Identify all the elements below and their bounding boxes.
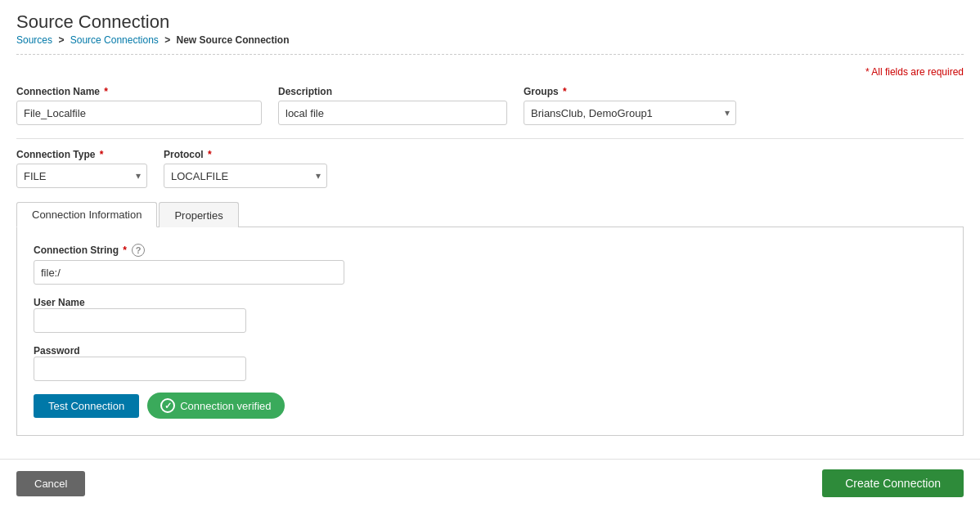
connection-name-input[interactable] [16,101,262,125]
groups-select[interactable]: BriansClub, DemoGroup1 [524,101,736,125]
protocol-select-wrapper: LOCALFILE [164,164,327,188]
test-connection-button[interactable]: Test Connection [34,394,139,418]
create-connection-button[interactable]: Create Connection [822,469,964,497]
required-note: * All fields are required [16,66,964,78]
tab-properties[interactable]: Properties [159,202,238,227]
form-row-1: Connection Name * Description Groups * B… [16,86,964,125]
verified-check-icon: ✓ [160,398,175,413]
required-star-groups: * [560,86,567,97]
connection-verified-label: Connection verified [180,400,271,412]
breadcrumb: Sources > Source Connections > New Sourc… [16,34,964,46]
section-divider-1 [16,138,964,139]
breadcrumb-sep-1: > [58,34,64,46]
breadcrumb-current: New Source Connection [177,34,290,46]
protocol-group: Protocol * LOCALFILE [164,149,327,188]
footer: Cancel Create Connection [0,459,980,507]
tabs-container: Connection Information Properties Connec… [16,201,964,436]
connection-name-label: Connection Name * [16,86,262,97]
page-wrapper: Source Connection Sources > Source Conne… [0,0,980,507]
password-group: Password [34,344,946,381]
groups-label: Groups * [524,86,736,97]
connection-type-group: Connection Type * FILE [16,149,147,188]
connection-string-input[interactable] [34,260,344,285]
connection-string-label: Connection String * [34,245,127,256]
cancel-button[interactable]: Cancel [16,471,85,496]
required-star-1: * [101,86,108,97]
groups-group: Groups * BriansClub, DemoGroup1 [524,86,736,125]
tab-connection-information[interactable]: Connection Information [16,202,157,227]
connection-verified-button: ✓ Connection verified [147,393,284,419]
required-star-type: * [97,149,103,160]
connection-string-label-row: Connection String * ? [34,244,946,257]
tabs-header: Connection Information Properties [16,201,964,227]
connection-type-select[interactable]: FILE [16,164,147,188]
connection-name-group: Connection Name * [16,86,262,125]
description-group: Description [278,86,507,125]
required-star-conn-str: * [120,245,127,256]
main-content: Source Connection Sources > Source Conne… [0,0,980,459]
top-divider [16,54,964,55]
page-title: Source Connection [16,11,964,33]
description-label: Description [278,86,507,97]
form-row-2: Connection Type * FILE Protocol * LOCALF… [16,149,964,188]
protocol-label: Protocol * [164,149,327,160]
username-label: User Name [34,297,85,308]
groups-select-wrapper: BriansClub, DemoGroup1 [524,101,736,125]
connection-string-help-icon[interactable]: ? [132,244,145,257]
description-input[interactable] [278,101,507,125]
required-star-protocol: * [205,149,212,160]
breadcrumb-sep-2: > [164,34,170,46]
connection-string-group: Connection String * ? [34,244,946,285]
btn-row: Test Connection ✓ Connection verified [34,393,946,419]
breadcrumb-sources[interactable]: Sources [16,34,52,46]
tab-content: Connection String * ? User Name Password [16,227,964,436]
username-group: User Name [34,296,946,333]
username-input[interactable] [34,308,246,333]
connection-type-label: Connection Type * [16,149,147,160]
breadcrumb-source-connections[interactable]: Source Connections [70,34,159,46]
protocol-select[interactable]: LOCALFILE [164,164,327,188]
password-label: Password [34,345,80,357]
password-input[interactable] [34,357,246,381]
connection-type-select-wrapper: FILE [16,164,147,188]
